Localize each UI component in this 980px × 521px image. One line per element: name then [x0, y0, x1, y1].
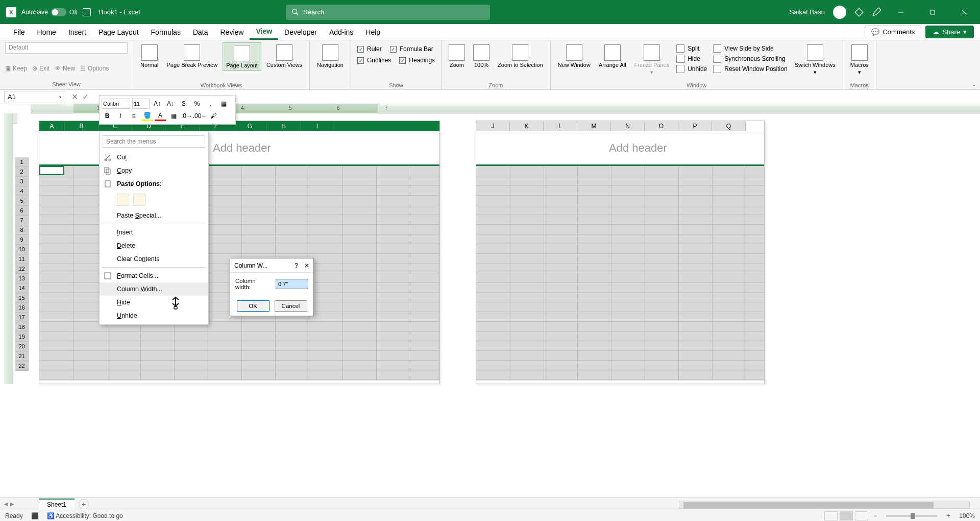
dialog-close-icon[interactable]: ✕ [304, 262, 309, 269]
menu-paste-special[interactable]: Paste Special... [100, 209, 208, 222]
cancel-button[interactable]: Cancel [275, 300, 307, 312]
col-header-K[interactable]: K [510, 121, 544, 131]
tab-view[interactable]: View [250, 24, 278, 40]
row-header-14[interactable]: 14 [15, 283, 29, 293]
accessibility-status[interactable]: ♿ Accessibility: Good to go [47, 512, 123, 519]
tab-help[interactable]: Help [359, 25, 386, 39]
col-header-O[interactable]: O [645, 121, 678, 131]
mini-size-select[interactable] [132, 99, 150, 109]
pencil-icon[interactable] [872, 8, 881, 17]
menu-search-input[interactable] [103, 135, 205, 148]
headings-checkbox[interactable]: ✓Headings [399, 57, 435, 64]
save-icon[interactable] [83, 8, 91, 16]
custom-views-button[interactable]: Custom Views [263, 42, 305, 70]
decrease-decimal-icon[interactable]: .00← [194, 111, 206, 121]
col-header-L[interactable]: L [544, 121, 577, 131]
menu-delete[interactable]: Delete [100, 239, 208, 252]
col-header-G[interactable]: G [233, 121, 267, 131]
zoom-selection-button[interactable]: Zoom to Selection [495, 42, 546, 70]
comments-button[interactable]: 💬 Comments [865, 26, 921, 38]
row-header-2[interactable]: 2 [15, 167, 29, 177]
row-header-21[interactable]: 21 [15, 351, 29, 361]
mini-font-select[interactable] [102, 99, 130, 109]
row-header-10[interactable]: 10 [15, 245, 29, 254]
arrange-all-button[interactable]: Arrange All [596, 42, 629, 70]
row-header-11[interactable]: 11 [15, 254, 29, 264]
fill-color-icon[interactable]: 🪣 [141, 111, 153, 121]
row-header-15[interactable]: 15 [15, 293, 29, 303]
menu-hide[interactable]: Hide [100, 296, 208, 309]
font-color-icon[interactable]: A [155, 111, 166, 121]
menu-format-cells[interactable]: Format Cells... [100, 269, 208, 282]
close-button[interactable] [952, 0, 976, 24]
search-box[interactable]: Search [286, 5, 490, 20]
menu-insert[interactable]: Insert [100, 226, 208, 239]
col-header-J[interactable]: J [476, 121, 510, 131]
menu-clear-contents[interactable]: Clear Contents [100, 252, 208, 266]
maximize-button[interactable] [921, 0, 944, 24]
menu-copy[interactable]: Copy [100, 164, 208, 177]
share-button[interactable]: ☁ Share ▾ [925, 26, 974, 38]
row-header-9[interactable]: 9 [15, 235, 29, 245]
row-header-19[interactable]: 19 [15, 332, 29, 342]
merge-icon[interactable]: ▦ [218, 99, 229, 109]
switch-windows-button[interactable]: Switch Windows ▾ [792, 42, 839, 78]
normal-view-button[interactable]: Normal [137, 42, 161, 70]
formula-bar-checkbox[interactable]: ✓Formula Bar [390, 45, 433, 53]
autosave-toggle[interactable]: AutoSave Off [21, 8, 78, 16]
tab-addins[interactable]: Add-ins [323, 25, 359, 39]
tab-review[interactable]: Review [214, 25, 250, 39]
zoom-100-button[interactable]: 100% [470, 42, 493, 70]
paste-option-1[interactable] [117, 194, 129, 206]
row-header-8[interactable]: 8 [15, 225, 29, 235]
page-2-grid[interactable] [476, 166, 764, 381]
bold-icon[interactable]: B [102, 111, 113, 121]
new-window-button[interactable]: New Window [555, 42, 594, 70]
tab-home[interactable]: Home [31, 25, 62, 39]
col-header-P[interactable]: P [678, 121, 712, 131]
row-header-13[interactable]: 13 [15, 274, 29, 283]
navigation-button[interactable]: Navigation [314, 42, 347, 70]
tab-insert[interactable]: Insert [62, 25, 92, 39]
tab-page-layout[interactable]: Page Layout [92, 25, 145, 39]
horizontal-scrollbar[interactable] [679, 502, 970, 509]
row-header-4[interactable]: 4 [15, 186, 29, 196]
page-layout-view-icon[interactable] [840, 511, 853, 520]
column-width-input[interactable] [276, 279, 308, 289]
borders-icon[interactable]: ▦ [168, 111, 179, 121]
active-cell[interactable] [39, 166, 64, 175]
col-header-B[interactable]: B [65, 121, 99, 131]
tab-file[interactable]: File [7, 25, 31, 39]
split-button[interactable]: Split [676, 44, 707, 53]
zoom-level[interactable]: 100% [955, 512, 975, 519]
user-avatar[interactable] [833, 6, 846, 19]
dialog-help-icon[interactable]: ? [295, 262, 298, 269]
row-header-18[interactable]: 18 [15, 322, 29, 332]
increase-decimal-icon[interactable]: .0→ [181, 111, 192, 121]
page-break-view-icon[interactable] [855, 511, 868, 520]
hide-button[interactable]: Hide [676, 55, 707, 63]
normal-view-icon[interactable] [824, 511, 838, 520]
sheet-tab-1[interactable]: Sheet1 [39, 499, 75, 510]
format-painter-icon[interactable]: 🖌 [208, 111, 219, 121]
decrease-font-icon[interactable]: A↓ [165, 99, 176, 109]
ruler-checkbox[interactable]: ✓Ruler [357, 45, 382, 53]
page-2-header[interactable]: Add header [476, 131, 764, 166]
collapse-ribbon-icon[interactable]: ⌄ [972, 82, 976, 87]
minimize-button[interactable] [889, 0, 913, 24]
diamond-icon[interactable] [854, 8, 864, 17]
zoom-in-icon[interactable]: + [943, 512, 953, 519]
zoom-button[interactable]: Zoom [446, 42, 468, 70]
col-header-H[interactable]: H [267, 121, 301, 131]
row-header-5[interactable]: 5 [15, 196, 29, 206]
user-name[interactable]: Saikat Basu [790, 8, 825, 16]
row-header-20[interactable]: 20 [15, 342, 29, 351]
row-header-7[interactable]: 7 [15, 216, 29, 225]
row-header-16[interactable]: 16 [15, 303, 29, 313]
paste-option-2[interactable] [133, 194, 145, 206]
next-sheet-icon[interactable]: ▶ [10, 501, 14, 507]
row-header-22[interactable]: 22 [15, 361, 29, 371]
macro-record-icon[interactable]: ⬛ [31, 512, 39, 519]
row-header-1[interactable]: 1 [15, 157, 29, 167]
comma-icon[interactable]: , [205, 99, 216, 109]
